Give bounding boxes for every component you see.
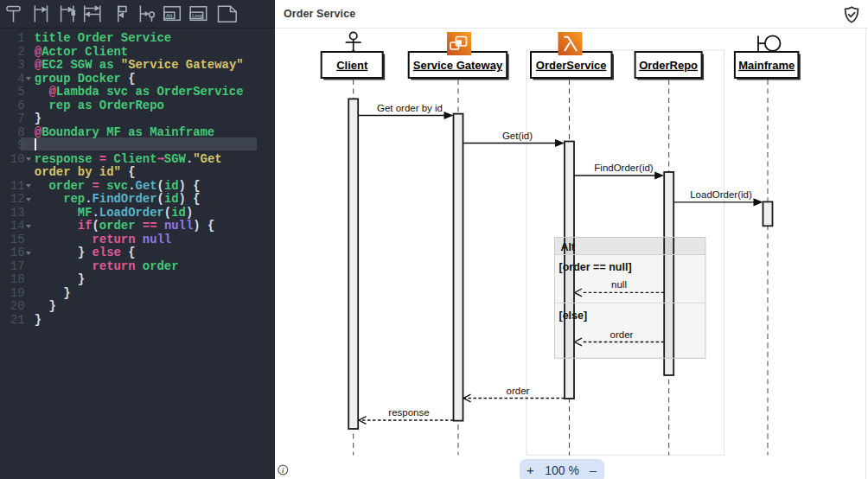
svg-text:Service Gateway: Service Gateway [413,59,503,72]
svg-text:response: response [388,407,429,418]
svg-text:[else]: [else] [559,310,588,322]
svg-text:OrderRepo: OrderRepo [639,59,698,72]
svg-text:null: null [611,279,627,290]
svg-text:Loop: Loop [192,13,203,18]
svg-text:order: order [610,329,634,340]
svg-text:Get(id): Get(id) [502,131,533,141]
svg-text:Mainframe: Mainframe [738,59,795,72]
svg-text:LoadOrder(id): LoadOrder(id) [690,189,752,200]
svg-text:Get order by id: Get order by id [377,103,443,113]
svg-text:i: i [282,466,284,475]
svg-text:Alt: Alt [166,13,172,18]
svg-text:FindOrder(id): FindOrder(id) [594,163,654,173]
svg-text:[order == null]: [order == null] [559,261,632,273]
svg-text:Alt: Alt [561,241,577,253]
svg-text:OrderService: OrderService [536,59,607,72]
svg-text:Client: Client [336,59,368,72]
svg-text:order: order [507,386,530,396]
